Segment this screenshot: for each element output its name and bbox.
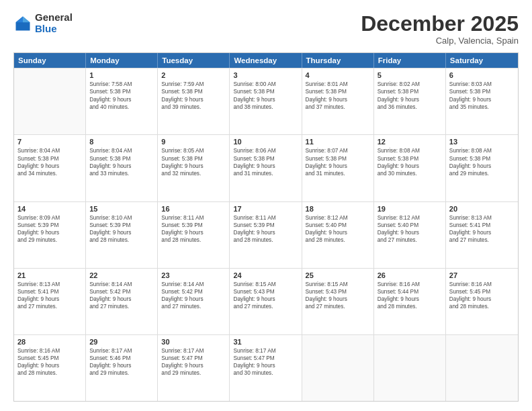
calendar-cell: 13Sunrise: 8:08 AMSunset: 5:38 PMDayligh… [446, 135, 518, 201]
cell-info-line: Sunset: 5:44 PM [378, 288, 442, 295]
cell-info-line: and 30 minutes. [378, 170, 442, 177]
cell-info-line: Daylight: 9 hours [233, 96, 298, 103]
cell-info-line: Sunset: 5:42 PM [89, 288, 154, 295]
calendar-cell: 6Sunrise: 8:03 AMSunset: 5:38 PMDaylight… [446, 68, 518, 134]
title-block: December 2025 Calp, Valencia, Spain [361, 12, 519, 46]
day-number: 2 [161, 71, 226, 79]
cell-info-line: Sunrise: 8:06 AM [233, 147, 298, 154]
cell-info-line: Daylight: 9 hours [449, 96, 515, 103]
calendar-cell: 9Sunrise: 8:05 AMSunset: 5:38 PMDaylight… [158, 135, 230, 201]
calendar-cell: 22Sunrise: 8:14 AMSunset: 5:42 PMDayligh… [86, 269, 158, 334]
day-number: 31 [233, 338, 298, 346]
calendar-cell: 12Sunrise: 8:08 AMSunset: 5:38 PMDayligh… [374, 135, 446, 201]
day-number: 23 [161, 271, 226, 279]
calendar-header: SundayMondayTuesdayWednesdayThursdayFrid… [14, 53, 518, 68]
day-number: 4 [306, 71, 370, 79]
cell-info-line: Sunrise: 8:04 AM [17, 147, 82, 154]
cell-info-line: Sunset: 5:38 PM [378, 88, 442, 95]
day-number: 5 [378, 71, 442, 79]
cell-info-line: Sunrise: 8:00 AM [233, 81, 298, 88]
svg-marker-1 [23, 16, 30, 22]
cell-info-line: and 34 minutes. [17, 170, 82, 177]
cell-info-line: Sunrise: 8:16 AM [17, 347, 82, 355]
calendar-row: 7Sunrise: 8:04 AMSunset: 5:38 PMDaylight… [14, 134, 518, 201]
calendar-cell: 31Sunrise: 8:17 AMSunset: 5:47 PMDayligh… [230, 335, 302, 401]
cell-info-line: Sunrise: 8:16 AM [449, 281, 515, 288]
cell-info-line: Daylight: 9 hours [449, 163, 515, 170]
weekday-header: Sunday [14, 53, 86, 68]
calendar-cell: 26Sunrise: 8:16 AMSunset: 5:44 PMDayligh… [374, 269, 446, 334]
cell-info-line: Sunset: 5:38 PM [233, 88, 298, 95]
day-number: 22 [89, 271, 154, 279]
cell-info-line: Sunrise: 8:15 AM [306, 281, 370, 288]
cell-info-line: and 27 minutes. [161, 303, 226, 310]
cell-info-line: Sunrise: 8:17 AM [161, 347, 226, 355]
cell-info-line: and 29 minutes. [449, 170, 515, 177]
cell-info-line: Daylight: 9 hours [378, 295, 442, 303]
cell-info-line: and 29 minutes. [161, 369, 226, 377]
page: General Blue December 2025 Calp, Valenci… [0, 0, 532, 411]
cell-info-line: and 27 minutes. [449, 236, 515, 244]
cell-info-line: and 27 minutes. [306, 303, 370, 310]
day-number: 6 [449, 71, 515, 79]
day-number: 14 [17, 205, 82, 213]
cell-info-line: Sunset: 5:45 PM [449, 288, 515, 295]
calendar-cell: 25Sunrise: 8:15 AMSunset: 5:43 PMDayligh… [302, 269, 374, 334]
logo-blue-text: Blue [35, 24, 73, 35]
cell-info-line: Sunset: 5:41 PM [17, 288, 82, 295]
weekday-header: Monday [86, 53, 158, 68]
cell-info-line: Daylight: 9 hours [233, 229, 298, 236]
weekday-header: Wednesday [230, 53, 302, 68]
calendar-cell: 14Sunrise: 8:09 AMSunset: 5:39 PMDayligh… [14, 202, 86, 268]
cell-info-line: and 29 minutes. [89, 369, 154, 377]
day-number: 7 [17, 138, 82, 146]
day-number: 20 [449, 205, 515, 213]
cell-info-line: Daylight: 9 hours [89, 362, 154, 369]
day-number: 8 [89, 138, 154, 146]
cell-info-line: and 27 minutes. [17, 303, 82, 310]
cell-info-line: and 31 minutes. [306, 170, 370, 177]
cell-info-line: and 28 minutes. [449, 303, 515, 310]
calendar-cell: 4Sunrise: 8:01 AMSunset: 5:38 PMDaylight… [302, 68, 374, 134]
day-number: 10 [233, 138, 298, 146]
cell-info-line: Sunset: 5:40 PM [306, 222, 370, 229]
cell-info-line: Sunrise: 8:07 AM [306, 147, 370, 154]
cell-info-line: Sunrise: 8:04 AM [89, 147, 154, 154]
cell-info-line: Daylight: 9 hours [449, 229, 515, 236]
day-number: 1 [89, 71, 154, 79]
calendar-cell: 20Sunrise: 8:13 AMSunset: 5:41 PMDayligh… [446, 202, 518, 268]
day-number: 13 [449, 138, 515, 146]
day-number: 12 [378, 138, 442, 146]
weekday-header: Friday [374, 53, 446, 68]
cell-info-line: Daylight: 9 hours [306, 163, 370, 170]
day-number: 3 [233, 71, 298, 79]
cell-info-line: and 30 minutes. [233, 369, 298, 377]
cell-info-line: Daylight: 9 hours [17, 295, 82, 303]
calendar-cell: 8Sunrise: 8:04 AMSunset: 5:38 PMDaylight… [86, 135, 158, 201]
cell-info-line: Daylight: 9 hours [161, 96, 226, 103]
calendar-cell: 24Sunrise: 8:15 AMSunset: 5:43 PMDayligh… [230, 269, 302, 334]
logo: General Blue [13, 12, 73, 34]
calendar-row: 14Sunrise: 8:09 AMSunset: 5:39 PMDayligh… [14, 201, 518, 268]
calendar-cell: 29Sunrise: 8:17 AMSunset: 5:46 PMDayligh… [86, 335, 158, 401]
cell-info-line: and 28 minutes. [17, 369, 82, 377]
calendar: SundayMondayTuesdayWednesdayThursdayFrid… [13, 52, 519, 402]
logo-general-text: General [35, 12, 73, 24]
day-number: 16 [161, 205, 226, 213]
day-number: 21 [17, 271, 82, 279]
cell-info-line: Sunset: 5:47 PM [161, 355, 226, 362]
calendar-body: 1Sunrise: 7:58 AMSunset: 5:38 PMDaylight… [14, 68, 518, 401]
day-number: 27 [449, 271, 515, 279]
day-number: 25 [306, 271, 370, 279]
day-number: 15 [89, 205, 154, 213]
calendar-cell [14, 68, 86, 134]
cell-info-line: and 38 minutes. [233, 103, 298, 111]
cell-info-line: Sunset: 5:39 PM [161, 222, 226, 229]
cell-info-line: Sunrise: 8:11 AM [161, 214, 226, 222]
calendar-cell: 1Sunrise: 7:58 AMSunset: 5:38 PMDaylight… [86, 68, 158, 134]
cell-info-line: Daylight: 9 hours [17, 362, 82, 369]
cell-info-line: Sunrise: 8:02 AM [378, 81, 442, 88]
cell-info-line: and 28 minutes. [89, 236, 154, 244]
svg-marker-2 [16, 16, 24, 22]
calendar-cell: 21Sunrise: 8:13 AMSunset: 5:41 PMDayligh… [14, 269, 86, 334]
